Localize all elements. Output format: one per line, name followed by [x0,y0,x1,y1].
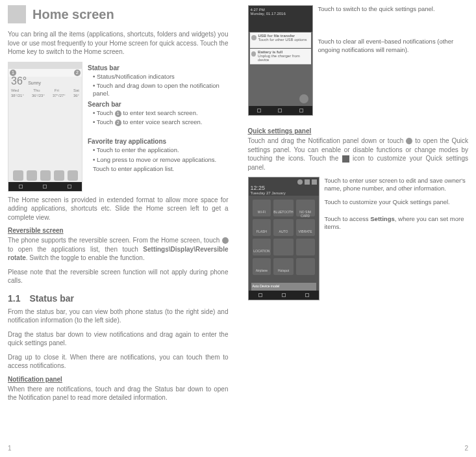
qs-tile: FLASH [253,219,271,236]
favorites-bullet: Touch to enter the application. [93,146,229,154]
qs-tile: NO SIM CARD [296,200,315,216]
day-label: Fri [55,88,59,92]
qs-tile [296,239,315,255]
statusbar-p1: From the status bar, you can view both p… [8,307,229,325]
notif-date: Monday, 01.17.2016 [251,12,286,16]
searchbar-heading: Search bar [88,101,229,108]
annotation-settings: Touch to access Settings, where you can … [325,215,469,231]
day-label: Wed [11,88,19,92]
day-temp: 36° [73,94,79,98]
edit-icon [342,155,349,163]
battery-icon [251,51,257,57]
qs-settings-icon [312,179,317,185]
page-number-left: 1 [8,445,12,452]
quick-settings-heading: Quick settings panel [248,127,469,135]
day-temp: 37°/27° [53,94,66,98]
quick-settings-screenshot: 12:25 Tuesday 27 January WI-FI BLUETOOTH… [248,177,319,300]
page-1: Home screen You can bring all the items … [8,5,229,428]
statusbar-bullet: Status/Notification indicators [93,73,229,81]
user-icon [406,138,412,144]
badge-2-icon: 2 [115,120,121,126]
page-title: Home screen [32,7,114,22]
searchbar-bullet: Touch 2 to enter voice search screen. [93,118,229,126]
nav-bar [249,291,319,300]
usb-icon [251,35,257,40]
statusbar-p2: Drag the status bar down to view notific… [8,330,229,348]
qs-tile: WI-FI [253,200,271,216]
qs-edit-icon [305,179,310,185]
annotation-user: Touch to enter user screen to edit and s… [325,177,469,193]
nav-bar [249,106,312,115]
section-1-1-heading: 1.1 Status bar [8,293,229,304]
reversible-heading: Reversible screen [8,227,229,234]
qs-tile: Hotspot [273,258,293,275]
extended-paragraph: The Home screen is provided in extended … [8,196,229,222]
quick-settings-paragraph: Touch and drag the Notification panel do… [248,137,469,172]
qs-date: Tuesday 27 January [251,191,317,195]
page-2: 4:27 PM Monday, 01.17.2016 USB for file … [248,5,469,428]
day-label: Sat [73,88,79,92]
qs-tile: LOCATION [253,239,271,255]
qs-tile: Airplane [253,258,271,275]
statusbar-bullet: Touch and drag down to open the notifica… [93,82,229,98]
favorites-line: Touch to enter application list. [88,165,229,172]
reversible-p2: Please note that the reversible screen f… [8,268,229,285]
qs-tile [296,258,315,275]
qs-time: 12:25 [251,185,317,191]
notification-panel-p: When there are notifications, touch and … [8,385,229,402]
qs-tile: VIBRATE [296,219,315,236]
day-temp: 38°/21° [11,94,24,98]
weather-temp: 36° [11,75,27,86]
notification-item: USB for file transferTouch for other USB… [250,33,311,48]
badge-1-icon: 1 [115,111,121,117]
intro-paragraph: You can bring all the items (application… [8,30,229,57]
favorites-bullet: Long press to move or remove application… [93,156,229,164]
clear-all-icon [299,94,308,103]
favorites-heading: Favorite tray applications [88,138,229,145]
nav-bar [8,182,82,191]
apps-icon [222,237,229,244]
qs-tile-grid: WI-FI BLUETOOTH NO SIM CARD FLASH AUTO V… [249,196,319,279]
qs-tile: AUTO [273,219,293,236]
qs-tile: BLUETOOTH [273,200,293,216]
home-screen-screenshot: 1 2 36° Sunny Wed Thu Fri Sat 38°/21° [8,62,82,192]
reversible-p1: The phone supports the reversible screen… [8,236,229,263]
notification-item: Battery is fullUnplug the charger from d… [250,49,311,64]
searchbar-bullet: Touch 1 to enter text search screen. [93,109,229,117]
day-label: Thu [33,88,40,92]
weather-desc: Sunny [28,81,41,85]
day-temp: 36°/23° [32,94,45,98]
favorite-tray [11,170,79,181]
statusbar-heading: Status bar [88,64,229,72]
title-accent-box [8,5,26,23]
notification-panel-heading: Notification panel [8,376,229,383]
annotation-clear-all: Touch to clear all event–based notificat… [318,38,469,54]
statusbar-p3: Drag up to close it. When there are noti… [8,353,229,371]
annotation-customize: Touch to customize your Quick settings p… [325,198,469,206]
annotation-quick-settings: Touch to switch to the quick settings pa… [318,5,469,13]
page-number-right: 2 [464,445,468,452]
qs-user-icon [297,179,303,185]
notification-panel-screenshot: 4:27 PM Monday, 01.17.2016 USB for file … [248,5,313,116]
qs-tile [273,239,293,255]
